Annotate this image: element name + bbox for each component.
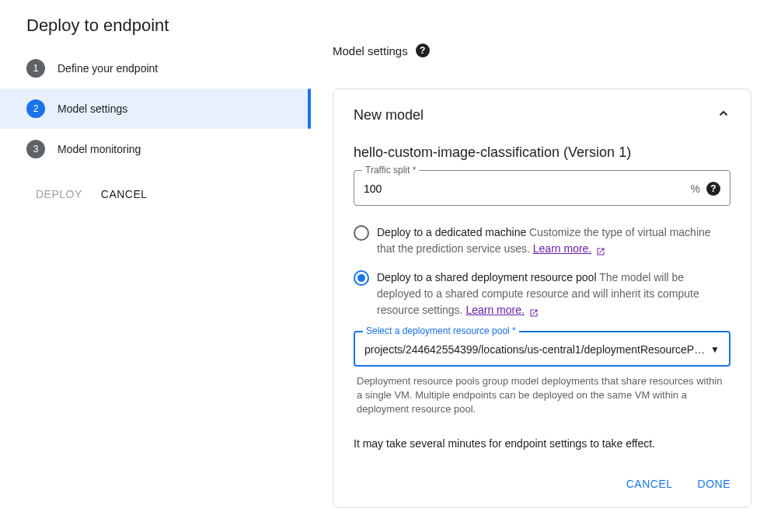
card-done-button[interactable]: DONE (698, 478, 730, 490)
radio-text: Deploy to a dedicated machine Customize … (377, 224, 730, 257)
traffic-split-input[interactable] (364, 183, 691, 195)
traffic-split-field[interactable]: Traffic split * % ? (354, 170, 730, 206)
radio-title: Deploy to a shared deployment resource p… (377, 271, 597, 283)
step-label: Model monitoring (58, 143, 141, 155)
step-num-3: 3 (26, 140, 45, 158)
chevron-up-icon (716, 106, 730, 124)
step-num-2: 2 (26, 99, 45, 118)
section-header: Model settings ? (333, 43, 751, 57)
percent-suffix: % (691, 183, 700, 195)
step-list: 1 Define your endpoint 2 Model settings … (0, 48, 311, 169)
help-icon[interactable]: ? (706, 182, 720, 196)
step-label: Model settings (58, 103, 127, 115)
radio-shared[interactable]: Deploy to a shared deployment resource p… (354, 269, 730, 318)
select-helper-text: Deployment resource pools group model de… (357, 374, 727, 417)
learn-more-link[interactable]: Learn more. (533, 242, 591, 255)
radio-text: Deploy to a shared deployment resource p… (377, 269, 730, 318)
select-label: Select a deployment resource pool * (363, 325, 519, 336)
dropdown-arrow-icon: ▼ (710, 344, 720, 355)
step-model-settings[interactable]: 2 Model settings (0, 89, 311, 129)
page-title: Deploy to endpoint (0, 16, 311, 48)
radio-title: Deploy to a dedicated machine (377, 226, 526, 238)
section-title-text: Model settings (333, 44, 408, 57)
external-link-icon (529, 306, 539, 315)
step-define-endpoint[interactable]: 1 Define your endpoint (0, 48, 311, 89)
model-name: hello-custom-image-classification (Versi… (354, 144, 730, 161)
card-title: New model (354, 107, 424, 123)
sidebar: Deploy to endpoint 1 Define your endpoin… (0, 0, 311, 532)
cancel-button[interactable]: CANCEL (101, 188, 148, 200)
help-icon[interactable]: ? (416, 43, 430, 57)
step-label: Define your endpoint (58, 62, 158, 75)
sidebar-actions: DEPLOY CANCEL (0, 169, 311, 200)
radio-icon[interactable] (354, 270, 369, 286)
deploy-button[interactable]: DEPLOY (36, 188, 82, 200)
warning-text: It may take several minutes for endpoint… (354, 437, 730, 450)
model-card: New model hello-custom-image-classificat… (333, 89, 751, 508)
resource-pool-select[interactable]: Select a deployment resource pool * proj… (354, 331, 730, 367)
select-value: projects/244642554399/locations/us-centr… (364, 343, 706, 356)
external-link-icon (596, 245, 605, 254)
step-model-monitoring[interactable]: 3 Model monitoring (0, 129, 311, 169)
radio-dedicated[interactable]: Deploy to a dedicated machine Customize … (354, 224, 730, 257)
radio-icon[interactable] (354, 225, 369, 241)
step-num-1: 1 (26, 59, 45, 78)
card-cancel-button[interactable]: CANCEL (626, 478, 673, 490)
traffic-split-label: Traffic split * (362, 165, 419, 176)
card-actions: CANCEL DONE (354, 478, 730, 490)
main-content: Model settings ? New model hello-custom-… (311, 0, 767, 532)
deploy-radio-group: Deploy to a dedicated machine Customize … (354, 224, 730, 318)
learn-more-link[interactable]: Learn more. (465, 304, 524, 316)
card-header[interactable]: New model (354, 106, 730, 124)
